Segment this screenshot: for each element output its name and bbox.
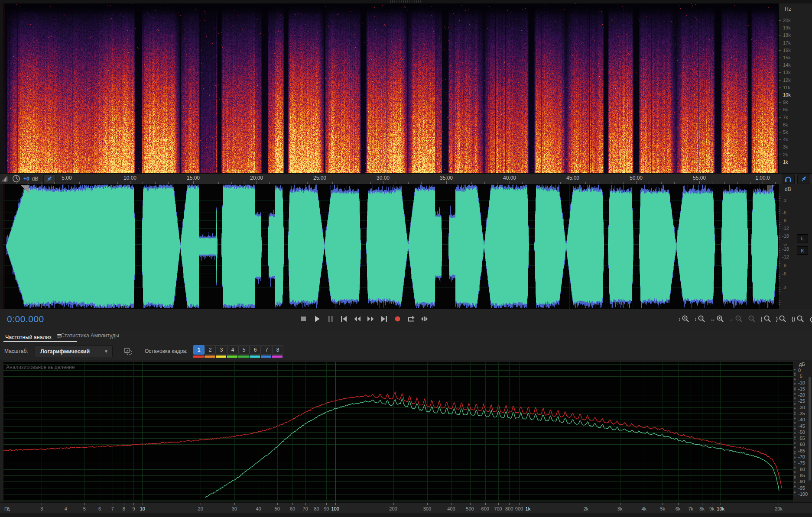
zoom-in-horizontal-button[interactable]: ↔ — [710, 314, 725, 323]
gain-value[interactable]: +0 — [23, 176, 29, 182]
ruler-tick — [779, 139, 781, 140]
copy-icon — [123, 347, 133, 356]
rewind-button[interactable] — [353, 314, 362, 323]
amplitude-ruler[interactable]: dB -3-6-9-12-18-∞-18-12-9-6-3 L K — [778, 184, 812, 309]
ruler-tick — [779, 125, 781, 125]
hold-frame-color — [227, 355, 237, 358]
ruler-tick — [779, 28, 781, 28]
transport-bar: 0:00.000 ↕↕↔↔⟨⟩⟨⟩ — [0, 309, 812, 330]
frequency-ruler[interactable]: Hz 20k19k18k17k16k15k14k13k12k11k10k9k8k… — [778, 3, 812, 173]
right-channel-button[interactable]: K — [797, 246, 808, 255]
spectrogram-display[interactable] — [3, 3, 778, 173]
tab-frequency-analysis[interactable]: Частотный анализ — [5, 333, 63, 340]
frequency-axis-tick — [292, 503, 293, 505]
panel-tab-bar: Частотный анализ Статистика Амплитуды — [0, 330, 812, 343]
amplitude-tick-label: -12 — [782, 254, 789, 259]
corner-handle-icon[interactable] — [21, 185, 29, 193]
frequency-axis-label: 5 — [83, 506, 86, 511]
frequency-axis-tick — [779, 503, 779, 505]
scale-value: Логарифмический — [40, 349, 90, 355]
frequency-axis-label: 40 — [256, 506, 261, 511]
playhead[interactable] — [4, 3, 4, 309]
ruler-tick — [779, 155, 781, 155]
hold-frame-button-3[interactable]: 3 — [216, 345, 227, 355]
pause-button[interactable] — [326, 314, 335, 323]
frequency-axis-tick — [691, 503, 691, 505]
frequency-tick-label: 15k — [783, 55, 791, 60]
pin-timeline-button[interactable] — [43, 174, 55, 184]
hold-frame-color — [272, 355, 283, 358]
go-to-end-button[interactable] — [380, 314, 389, 323]
zoom-in-vertical-button[interactable]: ↕ — [678, 314, 690, 323]
frequency-axis-tick — [124, 503, 124, 505]
spectral-toggle-button[interactable] — [782, 174, 795, 184]
hold-frame-button-1[interactable]: 1 — [193, 345, 205, 355]
hold-frame-button-2[interactable]: 2 — [205, 345, 216, 355]
panel-grip[interactable] — [390, 0, 422, 3]
copy-graph-button[interactable] — [123, 346, 133, 356]
ruler-tick — [779, 43, 781, 43]
time-display[interactable]: 0:00.000 — [7, 314, 44, 324]
frequency-axis-label: 3k — [617, 506, 623, 511]
frequency-tick-label: 14k — [783, 62, 791, 68]
hold-frame-button-6[interactable]: 6 — [250, 345, 261, 355]
record-button[interactable] — [393, 314, 402, 323]
amplitude-tick-label: -9 — [782, 263, 786, 268]
waveform-display[interactable] — [3, 184, 778, 309]
frequency-axis-label: 9k — [709, 506, 715, 511]
hold-frame-button-7[interactable]: 7 — [261, 345, 272, 355]
zoom-reset-button[interactable] — [747, 314, 757, 323]
frequency-axis-tick — [277, 503, 278, 505]
ruler-tick — [779, 162, 781, 162]
amplitude-tick-label: -9 — [782, 218, 786, 223]
loop-playback-button[interactable] — [406, 314, 416, 323]
db-tick-label: -65 — [798, 448, 805, 453]
frequency-analysis-chart[interactable] — [3, 362, 793, 501]
fast-forward-button[interactable] — [366, 314, 375, 323]
frequency-axis-label: 400 — [447, 506, 455, 511]
ruler-tick — [779, 65, 781, 65]
zoom-out-horizontal-button[interactable]: ↔ — [729, 314, 744, 323]
frequency-tick-label: 3k — [783, 144, 788, 149]
plot-horizontal-scrollbar[interactable] — [0, 513, 812, 517]
go-to-start-button[interactable] — [339, 314, 348, 323]
frequency-axis-tick — [644, 503, 644, 505]
scale-dropdown[interactable]: Логарифмический ▼ — [35, 346, 113, 357]
frequency-tick-label: 18k — [783, 32, 791, 38]
left-channel-button[interactable]: L — [797, 234, 808, 242]
timeline-label: 55:00 — [693, 175, 706, 181]
corner-handle-icon[interactable] — [767, 185, 775, 193]
pin-display-button[interactable] — [797, 174, 810, 184]
zoom-out-vertical-button[interactable]: ↕ — [694, 314, 706, 323]
ruler-tick — [779, 102, 781, 103]
ruler-tick — [779, 132, 781, 132]
plot-frequency-axis[interactable]: Гц 2345678910203040506070809010020030040… — [0, 502, 812, 513]
ruler-tick — [779, 20, 781, 21]
stop-button[interactable] — [299, 314, 308, 323]
hold-frame-button-8[interactable]: 8 — [272, 345, 283, 355]
frequency-tick-label: 2k — [783, 152, 788, 157]
frequency-axis-tick — [335, 503, 336, 505]
plot-overlay-label: Анализированое выделение — [6, 364, 75, 370]
tab-amplitude-statistics[interactable]: Статистика Амплитуды — [61, 333, 119, 339]
plot-vertical-scrollbar[interactable] — [809, 377, 811, 481]
time-ruler[interactable]: +0 dB 5:0010:0015:0020:0025:0030:0035:00… — [0, 173, 812, 185]
timer-refresh-button[interactable] — [809, 314, 812, 323]
zoom-to-out-point-button[interactable]: ⟩ — [776, 314, 788, 323]
db-tick-label: -80 — [798, 467, 805, 472]
db-tick-label: -70 — [798, 454, 805, 459]
frequency-axis-tick — [8, 503, 8, 505]
frequency-axis-tick — [586, 503, 586, 505]
frequency-axis-tick — [663, 503, 663, 505]
zoom-to-in-point-button[interactable]: ⟨ — [760, 314, 772, 323]
hold-frame-button-5[interactable]: 5 — [238, 345, 250, 355]
play-button[interactable] — [312, 314, 322, 323]
hold-frame-color — [205, 355, 215, 358]
db-tick-label: -75 — [798, 460, 805, 465]
frequency-tick-label: 4k — [783, 137, 788, 142]
hold-frame-button-4[interactable]: 4 — [227, 345, 238, 355]
frequency-axis-tick — [66, 503, 66, 505]
zoom-to-selection-button[interactable]: ⟨⟩ — [791, 314, 805, 323]
hold-frame-color — [261, 355, 271, 358]
skip-selection-button[interactable] — [420, 314, 429, 323]
